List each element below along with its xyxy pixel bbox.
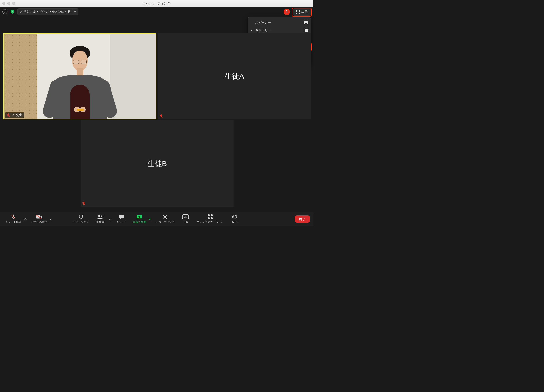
share-options-caret-icon[interactable]	[148, 213, 152, 225]
start-video-button[interactable]: ビデオの開始	[29, 213, 49, 225]
mic-muted-icon	[159, 114, 163, 118]
svg-point-10	[98, 215, 100, 217]
window-title: Zoomミーティング	[0, 1, 313, 6]
security-button[interactable]: セキュリティ	[71, 213, 91, 225]
video-tile-student-a[interactable]: 生徒A	[158, 33, 311, 119]
button-label: 反応	[232, 220, 237, 224]
participants-caret-icon[interactable]	[108, 213, 112, 225]
button-label: チャット	[116, 220, 127, 224]
view-menu-speaker[interactable]: スピーカー	[248, 19, 311, 26]
menu-label: スピーカー	[255, 20, 271, 25]
encryption-shield-icon[interactable]	[10, 9, 15, 14]
video-options-caret-icon[interactable]	[49, 213, 53, 225]
mic-muted-icon	[6, 113, 10, 117]
svg-rect-2	[306, 23, 306, 24]
svg-rect-18	[211, 214, 212, 216]
svg-point-23	[235, 216, 235, 217]
chat-icon	[119, 214, 124, 220]
video-tile-student-b[interactable]: 生徒B	[81, 120, 234, 207]
breakout-icon	[207, 214, 213, 220]
original-sound-toggle[interactable]: オリジナル・サウンドをオンにする	[17, 8, 78, 15]
titlebar: Zoomミーティング	[0, 0, 313, 7]
shield-icon	[78, 214, 84, 220]
button-label: ビデオの開始	[31, 220, 47, 224]
record-icon	[162, 214, 168, 220]
participants-button[interactable]: 3 参加者	[92, 213, 108, 225]
meeting-window: i オリジナル・サウンドをオンにする 表示 1 スピーカー ✓ ギャラリー	[0, 7, 313, 226]
svg-rect-8	[36, 215, 40, 218]
audio-options-caret-icon[interactable]	[23, 213, 28, 225]
captions-button[interactable]: CC 字幕	[178, 213, 193, 225]
svg-point-14	[164, 216, 166, 218]
participants-icon	[97, 214, 103, 220]
button-label: ミュート解除	[5, 220, 21, 224]
original-sound-label: オリジナル・サウンドをオンにする	[20, 10, 71, 14]
button-label: ブレイクアウトルーム	[197, 220, 223, 224]
video-off-icon	[36, 214, 42, 220]
recording-button[interactable]: レコーディング	[154, 213, 176, 225]
participant-display-name: 生徒B	[147, 159, 167, 169]
video-gallery: 先生 生徒A 生徒B	[3, 33, 310, 209]
button-label: レコーディング	[156, 220, 174, 224]
speaker-view-icon	[304, 21, 308, 24]
gallery-grid-icon	[305, 29, 308, 32]
top-bar: i オリジナル・サウンドをオンにする	[0, 7, 313, 17]
cc-icon: CC	[182, 214, 189, 220]
button-label: 画面の共有	[133, 220, 146, 224]
svg-point-22	[233, 216, 234, 217]
participant-display-name: 生徒A	[225, 71, 244, 81]
svg-point-11	[101, 215, 102, 217]
svg-rect-19	[208, 217, 210, 219]
button-label: セキュリティ	[73, 220, 89, 224]
svg-text:CC: CC	[184, 216, 187, 218]
svg-rect-17	[208, 214, 210, 216]
share-screen-button[interactable]: 画面の共有	[131, 213, 148, 225]
meeting-info-icon[interactable]: i	[2, 9, 7, 14]
original-sound-caret-icon[interactable]	[72, 9, 77, 14]
person-figure	[53, 41, 107, 119]
share-screen-icon	[136, 214, 142, 220]
button-label: 参加者	[96, 220, 104, 224]
menu-label: ギャラリー	[255, 28, 271, 33]
participant-name-tag: 先生	[5, 112, 24, 118]
mic-muted-icon	[10, 214, 16, 220]
svg-rect-3	[307, 23, 308, 24]
button-label: 終了	[299, 217, 306, 221]
gallery-grid-icon	[296, 10, 300, 14]
svg-rect-20	[211, 217, 212, 219]
video-tile-teacher[interactable]: 先生	[3, 33, 156, 119]
svg-rect-0	[304, 21, 308, 23]
meeting-toolbar: ミュート解除 ビデオの開始 セキュリティ	[0, 212, 313, 226]
svg-rect-1	[304, 23, 305, 24]
pin-icon	[12, 114, 15, 117]
chat-button[interactable]: チャット	[114, 213, 129, 225]
unmute-button[interactable]: ミュート解除	[3, 213, 23, 225]
button-label: 字幕	[183, 220, 188, 224]
end-meeting-button[interactable]: 終了	[295, 215, 310, 223]
mic-muted-icon	[82, 201, 86, 206]
view-button-label: 表示	[301, 10, 308, 14]
reactions-icon	[232, 214, 238, 220]
participants-count: 3	[103, 214, 104, 217]
reactions-button[interactable]: 反応	[227, 213, 242, 225]
breakout-rooms-button[interactable]: ブレイクアウトルーム	[195, 213, 225, 225]
participant-name: 先生	[16, 113, 22, 117]
view-button[interactable]: 表示	[293, 8, 311, 16]
check-icon: ✓	[250, 29, 253, 32]
